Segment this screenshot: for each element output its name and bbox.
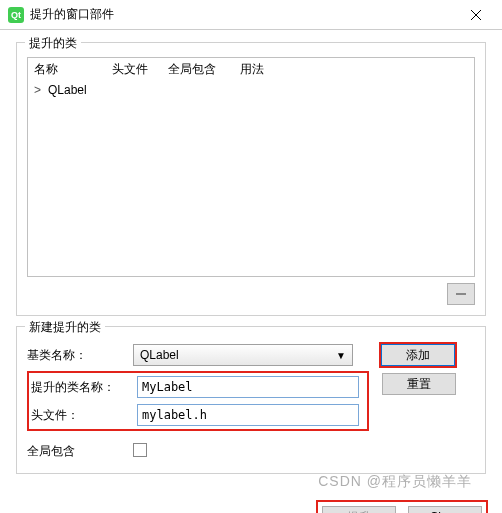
promoted-classes-group: 提升的类 名称 头文件 全局包含 用法 > QLabel	[16, 42, 486, 316]
titlebar: Qt 提升的窗口部件	[0, 0, 502, 30]
col-usage[interactable]: 用法	[234, 61, 474, 78]
remove-button[interactable]	[447, 283, 475, 305]
add-button[interactable]: 添加	[381, 344, 455, 366]
class-name-input[interactable]	[137, 376, 359, 398]
col-name[interactable]: 名称	[28, 61, 106, 78]
global-include-label: 全局包含	[27, 443, 123, 460]
base-class-label: 基类名称：	[27, 347, 123, 364]
col-header[interactable]: 头文件	[106, 61, 162, 78]
promoted-group-title: 提升的类	[25, 35, 81, 52]
base-class-value: QLabel	[140, 348, 179, 362]
row-class-name: QLabel	[48, 83, 87, 97]
minus-icon	[456, 293, 466, 295]
chevron-down-icon: ▼	[336, 350, 346, 361]
header-file-input[interactable]	[137, 404, 359, 426]
promoted-classes-table[interactable]: 名称 头文件 全局包含 用法 > QLabel	[27, 57, 475, 277]
header-file-label: 头文件：	[31, 407, 127, 424]
class-name-label: 提升的类名称：	[31, 379, 127, 396]
table-row[interactable]: > QLabel	[28, 80, 474, 100]
new-promoted-title: 新建提升的类	[25, 319, 105, 336]
close-dialog-button[interactable]: Close	[408, 506, 482, 513]
table-header: 名称 头文件 全局包含 用法	[28, 58, 474, 80]
base-class-combo[interactable]: QLabel ▼	[133, 344, 353, 366]
reset-button[interactable]: 重置	[382, 373, 456, 395]
close-icon	[471, 10, 481, 20]
qt-icon: Qt	[8, 7, 24, 23]
promote-button[interactable]: 提升	[322, 506, 396, 513]
global-include-checkbox[interactable]	[133, 443, 147, 457]
expand-icon[interactable]: >	[34, 83, 46, 97]
close-button[interactable]	[458, 1, 494, 29]
new-promoted-group: 新建提升的类 基类名称： QLabel ▼ 添加 提升的类名称： 头文件：	[16, 326, 486, 474]
window-title: 提升的窗口部件	[30, 6, 458, 23]
col-global[interactable]: 全局包含	[162, 61, 234, 78]
